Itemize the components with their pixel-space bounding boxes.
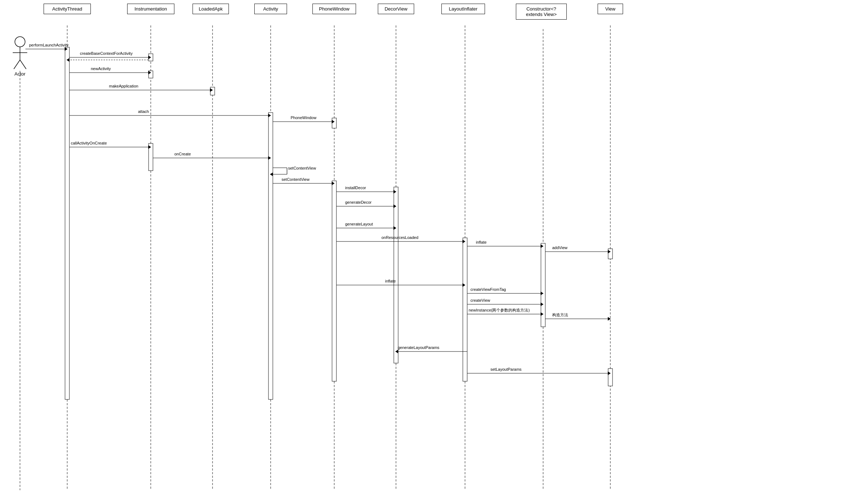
lifeline-loadedapk: LoadedApk (193, 4, 229, 14)
svg-text:makeApplication: makeApplication (109, 84, 138, 88)
svg-marker-70 (393, 226, 396, 230)
svg-text:PhoneWindow: PhoneWindow (291, 115, 316, 120)
svg-line-13 (20, 60, 26, 69)
svg-marker-36 (66, 58, 69, 62)
svg-text:createBaseContextForActivity: createBaseContextForActivity (80, 51, 133, 56)
svg-rect-21 (268, 113, 273, 399)
svg-text:callActivityOnCreate: callActivityOnCreate (71, 141, 107, 145)
svg-rect-27 (608, 249, 613, 259)
lifeline-decorview: DecorView (378, 4, 414, 14)
svg-marker-79 (608, 250, 611, 253)
svg-text:newActivity: newActivity (91, 66, 111, 71)
svg-text:Actor: Actor (15, 71, 26, 77)
svg-text:inflate: inflate (385, 279, 396, 283)
lifeline-activitythread: ActivityThread (44, 4, 91, 14)
svg-text:createViewFromTag: createViewFromTag (470, 287, 506, 292)
svg-text:构造方法: 构造方法 (552, 313, 568, 317)
svg-marker-73 (462, 240, 465, 243)
svg-marker-76 (541, 244, 543, 248)
svg-text:generateDecor: generateDecor (345, 200, 372, 204)
svg-rect-22 (332, 118, 336, 128)
svg-rect-20 (210, 87, 215, 95)
svg-text:onResourcesLoaded: onResourcesLoaded (381, 235, 419, 240)
svg-marker-50 (148, 145, 151, 149)
svg-rect-23 (332, 181, 336, 381)
svg-text:inflate: inflate (476, 240, 486, 244)
svg-text:newInstance(两个参数的构造方法): newInstance(两个参数的构造方法) (469, 308, 530, 312)
lifeline-layoutinflater: LayoutInflater (441, 4, 485, 14)
svg-marker-64 (393, 190, 396, 194)
svg-marker-100 (608, 371, 611, 375)
svg-marker-47 (332, 120, 335, 123)
lifeline-constructor: Constructor<?extends View> (516, 4, 567, 20)
svg-marker-33 (148, 56, 151, 59)
svg-marker-38 (148, 71, 151, 74)
svg-text:setLayoutParams: setLayoutParams (490, 367, 522, 371)
svg-rect-17 (149, 54, 153, 61)
lifeline-phonewindow: PhoneWindow (312, 4, 356, 14)
svg-marker-67 (393, 204, 396, 208)
svg-line-12 (14, 60, 20, 69)
svg-text:addView: addView (552, 245, 567, 250)
svg-marker-44 (268, 114, 271, 117)
svg-text:generateLayoutParams: generateLayoutParams (398, 345, 440, 350)
svg-marker-58 (270, 172, 273, 176)
svg-marker-94 (608, 317, 611, 321)
svg-text:setContentView: setContentView (282, 177, 310, 182)
svg-marker-61 (332, 182, 335, 185)
svg-rect-25 (463, 238, 467, 381)
svg-rect-24 (394, 187, 398, 363)
svg-rect-26 (541, 243, 545, 327)
diagram-container: Actor performLaunchAc (0, 0, 861, 504)
svg-text:onCreate: onCreate (174, 152, 191, 156)
svg-marker-41 (210, 88, 213, 92)
lifeline-instrumentation: Instrumentation (127, 4, 174, 14)
svg-rect-28 (608, 369, 613, 386)
svg-marker-91 (541, 312, 543, 316)
lifeline-activity: Activity (254, 4, 287, 14)
svg-marker-53 (268, 156, 271, 160)
svg-text:generateLayout: generateLayout (345, 222, 373, 226)
svg-text:installDecor: installDecor (345, 186, 366, 190)
svg-marker-88 (541, 302, 543, 306)
svg-marker-30 (65, 47, 68, 51)
svg-text:performLaunchActivity: performLaunchActivity (29, 43, 69, 47)
svg-text:createView: createView (470, 298, 490, 302)
svg-marker-97 (395, 350, 398, 353)
svg-marker-85 (541, 292, 543, 295)
svg-text:attach: attach (138, 109, 149, 114)
svg-rect-19 (149, 143, 153, 171)
svg-rect-16 (65, 47, 69, 399)
sequence-diagram-svg: Actor performLaunchAc (0, 0, 861, 504)
svg-text:setContentView: setContentView (288, 166, 316, 170)
svg-point-9 (15, 37, 25, 47)
svg-marker-82 (462, 283, 465, 287)
svg-rect-18 (149, 71, 153, 78)
lifeline-view: View (598, 4, 623, 14)
